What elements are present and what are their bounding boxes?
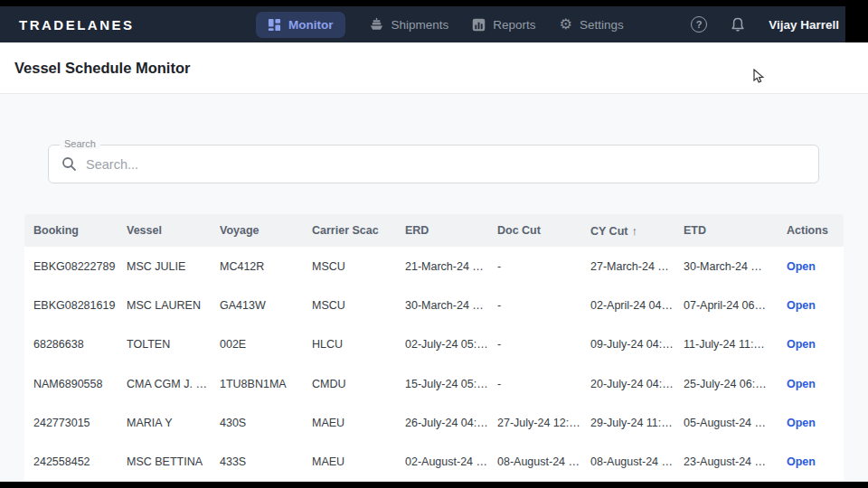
cell-booking: EBKG08222789 [33,260,127,273]
column-header-voyage[interactable]: Voyage [220,224,312,237]
table-row: 242773015 MARIA Y 430S MAEU 26-July-24 0… [24,403,844,442]
column-header-erd[interactable]: ERD [405,224,497,237]
cell-voyage: 430S [220,417,312,429]
cell-erd: 30-March-24 … [405,299,497,312]
search-field-label: Search [60,138,100,149]
open-link[interactable]: Open [787,455,841,468]
cell-doc-cut: - [497,260,590,273]
cell-cy-cut: 29-July-24 11:… [590,417,684,429]
search-icon [61,156,77,172]
cell-doc-cut: 08-August-24 … [497,455,590,468]
table-row: NAM6890558 CMA CGM J. … 1TU8BN1MA CMDU 1… [24,364,844,403]
cell-voyage: 433S [220,455,312,468]
nav-item-label: Reports [493,18,535,32]
cell-vessel: MSC LAUREN [127,299,220,312]
cell-etd: 11-July-24 11:… [684,338,787,351]
letterbox-corner [845,0,868,42]
user-menu[interactable]: Vijay Harrell [769,18,839,32]
column-header-carrier-scac[interactable]: Carrier Scac [312,224,405,237]
vessel-schedule-table: Booking Vessel Voyage Carrier Scac ERD D… [24,214,844,482]
nav-item-label: Shipments [392,18,449,32]
column-header-doc-cut[interactable]: Doc Cut [497,224,590,237]
bell-icon[interactable] [731,17,745,33]
column-header-cy-cut-label: CY Cut [590,225,627,238]
help-icon[interactable]: ? [691,16,707,33]
table-row: 68286638 TOLTEN 002E HLCU 02-July-24 05:… [24,325,844,364]
cell-carrier-scac: MAEU [312,455,405,468]
column-header-etd[interactable]: ETD [684,224,787,237]
column-header-cy-cut[interactable]: CY Cut↑ [590,224,684,238]
cell-vessel: MSC JULIE [127,260,220,273]
letterbox-bottom [0,482,868,488]
cell-etd: 05-August-24 … [684,417,787,429]
cell-doc-cut: 27-July-24 12:… [497,417,590,429]
dashboard-icon [268,18,281,32]
page-header: Vessel Schedule Monitor [0,42,868,94]
open-link[interactable]: Open [787,417,841,429]
cell-cy-cut: 09-July-24 04:… [590,338,684,351]
nav-item-shipments[interactable]: Shipments [369,17,449,32]
table-header-row: Booking Vessel Voyage Carrier Scac ERD D… [24,214,844,247]
page-title: Vessel Schedule Monitor [14,42,190,94]
cell-carrier-scac: MAEU [312,417,405,429]
nav-tabs: Monitor Shipments [256,6,624,42]
search-input[interactable] [86,157,806,172]
open-link[interactable]: Open [787,338,841,351]
cell-erd: 02-July-24 05:… [405,338,497,351]
cell-carrier-scac: MSCU [312,260,405,273]
cell-cy-cut: 02-April-24 04… [590,299,684,312]
cell-doc-cut: - [497,299,590,312]
cell-erd: 02-August-24 … [405,455,497,468]
nav-item-settings[interactable]: ⚙ Settings [560,17,624,32]
app-window: TRADELANES Monitor [0,0,868,488]
cell-vessel: MSC BETTINA [127,455,220,468]
search-field: Search [48,145,819,183]
nav-item-monitor[interactable]: Monitor [256,12,345,38]
table-row: EBKG08222789 MSC JULIE MC412R MSCU 21-Ma… [24,247,844,286]
top-navbar: TRADELANES Monitor [0,6,868,42]
open-link[interactable]: Open [787,299,841,312]
cell-etd: 23-August-24 … [684,455,787,468]
cell-erd: 15-July-24 05:… [405,378,497,390]
column-header-vessel[interactable]: Vessel [127,224,220,237]
column-header-booking[interactable]: Booking [33,224,127,237]
sort-ascending-icon: ↑ [631,224,637,238]
column-header-actions[interactable]: Actions [787,224,841,237]
cell-doc-cut: - [497,338,590,351]
cell-etd: 25-July-24 06:… [684,378,787,390]
cell-voyage: 002E [220,338,312,351]
cell-booking: 68286638 [33,338,127,351]
cell-vessel: MARIA Y [127,417,220,429]
table-row: 242558452 MSC BETTINA 433S MAEU 02-Augus… [24,442,844,481]
letterbox-top [0,0,868,6]
cell-voyage: GA413W [220,299,312,312]
cell-booking: EBKG08281619 [33,299,127,312]
bar-chart-icon [472,18,486,32]
cell-erd: 26-July-24 04:… [405,417,497,429]
cell-erd: 21-March-24 … [405,260,497,273]
cell-cy-cut: 08-August-24 … [590,455,684,468]
cell-carrier-scac: CMDU [312,378,405,390]
open-link[interactable]: Open [787,260,841,273]
cell-booking: NAM6890558 [33,378,127,390]
table-row: EBKG08281619 MSC LAUREN GA413W MSCU 30-M… [24,286,844,324]
gear-icon: ⚙ [560,17,572,32]
brand-logo[interactable]: TRADELANES [19,6,135,42]
cell-voyage: MC412R [220,260,312,273]
cell-booking: 242558452 [33,455,127,468]
cell-cy-cut: 27-March-24 … [590,260,684,273]
nav-item-reports[interactable]: Reports [472,18,535,32]
open-link[interactable]: Open [787,378,841,390]
cell-etd: 07-April-24 06… [684,299,787,312]
cell-voyage: 1TU8BN1MA [220,378,312,390]
cell-cy-cut: 20-July-24 04:… [590,378,684,390]
nav-right-actions: ? Vijay Harrell [691,6,839,42]
nav-item-label: Monitor [288,18,334,32]
cell-carrier-scac: HLCU [312,338,405,351]
cell-etd: 30-March-24 … [684,260,787,273]
cell-booking: 242773015 [33,417,127,429]
cell-vessel: CMA CGM J. … [127,378,220,390]
ship-icon [369,17,384,32]
nav-item-label: Settings [580,18,624,32]
cell-vessel: TOLTEN [127,338,220,351]
